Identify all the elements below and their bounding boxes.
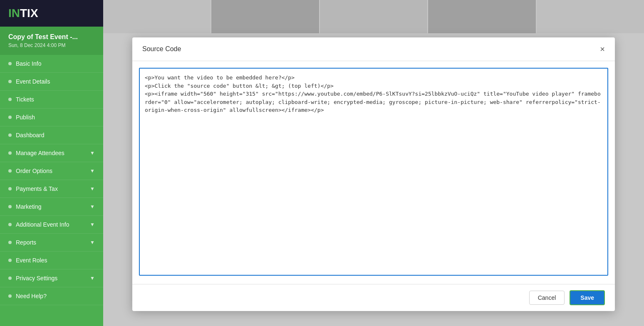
nav-dot — [8, 223, 12, 226]
modal-header: Source Code × — [132, 37, 615, 61]
logo-area: INTIX — [0, 0, 103, 27]
chevron-down-icon: ▼ — [90, 186, 95, 192]
nav-dot — [8, 133, 12, 137]
nav-dot — [8, 187, 12, 190]
source-code-textarea[interactable]: <p>You want the video to be embedded her… — [139, 68, 608, 276]
logo-tix: TIX — [20, 7, 38, 20]
app-logo: INTIX — [8, 7, 38, 20]
sidebar-item-label: Privacy Settings — [16, 275, 57, 282]
sidebar-item-dashboard[interactable]: Dashboard — [0, 126, 103, 144]
sidebar-item-publish[interactable]: Publish — [0, 109, 103, 126]
close-button[interactable]: × — [600, 45, 605, 53]
nav-dot — [8, 62, 12, 65]
nav-dot — [8, 241, 12, 244]
sidebar-item-event-roles[interactable]: Event Roles — [0, 252, 103, 269]
nav-dot — [8, 169, 12, 173]
sidebar-item-label: Event Roles — [16, 257, 47, 264]
sidebar-item-order-options[interactable]: Order Options ▼ — [0, 162, 103, 180]
modal-body: <p>You want the video to be embedded her… — [132, 61, 615, 284]
sidebar-item-label: Manage Attendees — [16, 150, 64, 156]
sidebar-item-additional-event-info[interactable]: Additional Event Info ▼ — [0, 216, 103, 234]
chevron-down-icon: ▼ — [90, 275, 95, 281]
main-content: Source Code × <p>You want the video to b… — [103, 0, 644, 326]
logo-in: IN — [8, 7, 20, 20]
sidebar-item-event-details[interactable]: Event Details — [0, 73, 103, 91]
sidebar-item-label: Dashboard — [16, 132, 45, 138]
modal-footer: Cancel Save — [132, 284, 615, 311]
sidebar-item-privacy-settings[interactable]: Privacy Settings ▼ — [0, 269, 103, 287]
nav-dot — [8, 116, 12, 119]
sidebar-item-need-help[interactable]: Need Help? — [0, 287, 103, 305]
sidebar-item-label: Tickets — [16, 96, 34, 103]
chevron-down-icon: ▼ — [90, 150, 95, 156]
chevron-down-icon: ▼ — [90, 204, 95, 210]
sidebar-item-label: Event Details — [16, 78, 50, 85]
source-code-modal: Source Code × <p>You want the video to b… — [132, 37, 615, 311]
modal-title: Source Code — [142, 45, 181, 53]
nav-dot — [8, 259, 12, 262]
sidebar-item-reports[interactable]: Reports ▼ — [0, 234, 103, 252]
nav-dot — [8, 98, 12, 101]
nav-dot — [8, 205, 12, 208]
nav-dot — [8, 80, 12, 83]
sidebar-item-label: Basic Info — [16, 60, 41, 67]
sidebar-item-label: Order Options — [16, 168, 52, 174]
event-date: Sun, 8 Dec 2024 4:00 PM — [8, 42, 95, 48]
nav-dot — [8, 277, 12, 280]
sidebar-nav: Basic Info Event Details Tickets Publish — [0, 55, 103, 326]
modal-overlay: Source Code × <p>You want the video to b… — [103, 0, 644, 326]
chevron-down-icon: ▼ — [90, 168, 95, 174]
sidebar-item-tickets[interactable]: Tickets — [0, 91, 103, 109]
sidebar-item-label: Need Help? — [16, 293, 47, 299]
sidebar-item-label: Marketing — [16, 203, 41, 210]
sidebar-item-basic-info[interactable]: Basic Info — [0, 55, 103, 73]
sidebar-item-label: Additional Event Info — [16, 221, 69, 228]
sidebar-item-marketing[interactable]: Marketing ▼ — [0, 198, 103, 216]
sidebar-item-label: Reports — [16, 239, 36, 246]
nav-dot — [8, 151, 12, 155]
cancel-button[interactable]: Cancel — [529, 291, 565, 305]
event-header: Copy of Test Event -... Sun, 8 Dec 2024 … — [0, 27, 103, 55]
sidebar-item-payments-tax[interactable]: Payments & Tax ▼ — [0, 180, 103, 198]
sidebar-item-manage-attendees[interactable]: Manage Attendees ▼ — [0, 144, 103, 162]
chevron-down-icon: ▼ — [90, 222, 95, 227]
sidebar: INTIX Copy of Test Event -... Sun, 8 Dec… — [0, 0, 103, 326]
event-title: Copy of Test Event -... — [8, 33, 95, 41]
chevron-down-icon: ▼ — [90, 240, 95, 245]
sidebar-item-label: Payments & Tax — [16, 185, 58, 192]
nav-dot — [8, 294, 12, 298]
sidebar-item-label: Publish — [16, 114, 35, 121]
save-button[interactable]: Save — [570, 290, 605, 305]
